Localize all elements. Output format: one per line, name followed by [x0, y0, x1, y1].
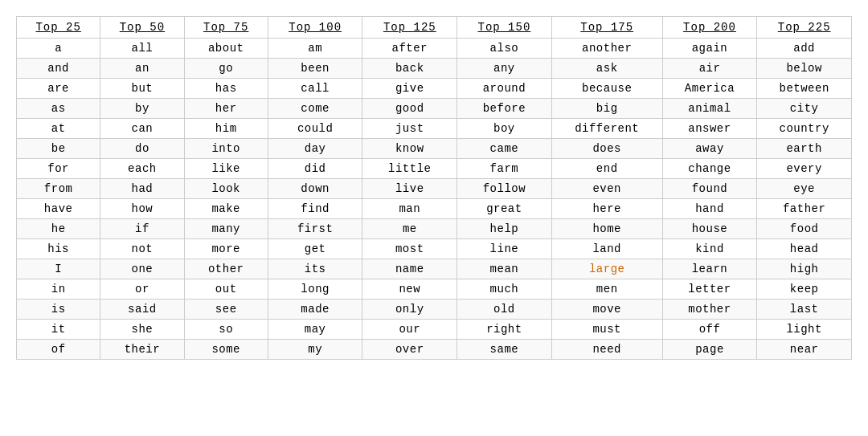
cell-col5-row0: also — [457, 39, 552, 59]
cell-col5-row12: much — [457, 279, 552, 299]
table-row: hisnotmoregetmostlinelandkindhead — [17, 239, 852, 259]
cell-col7-row2: America — [662, 79, 757, 99]
cell-col6-row6: end — [551, 159, 662, 179]
cell-col3-row13: made — [268, 299, 362, 320]
cell-col2-row6: like — [184, 159, 268, 179]
cell-col0-row1: and — [17, 59, 100, 79]
cell-col2-row12: out — [184, 279, 268, 299]
cell-col3-row12: long — [268, 279, 362, 299]
cell-col4-row0: after — [362, 39, 457, 59]
cell-col0-row11: I — [17, 259, 100, 279]
cell-col0-row0: a — [17, 39, 100, 59]
cell-col6-row15: need — [551, 340, 662, 360]
cell-col6-row10: land — [551, 239, 662, 259]
cell-col8-row12: keep — [757, 279, 852, 299]
cell-col4-row8: man — [362, 199, 457, 219]
cell-col8-row14: light — [757, 320, 852, 340]
cell-col0-row2: are — [17, 79, 100, 99]
cell-col5-row2: around — [457, 79, 552, 99]
cell-col0-row4: at — [17, 119, 100, 139]
cell-col3-row1: been — [268, 59, 362, 79]
cell-col8-row5: earth — [757, 139, 852, 159]
table-row: heifmanyfirstmehelphomehousefood — [17, 219, 852, 239]
cell-col7-row11: learn — [662, 259, 757, 279]
table-row: issaidseemadeonlyoldmovemotherlast — [17, 299, 852, 320]
cell-col2-row5: into — [184, 139, 268, 159]
cell-col3-row7: down — [268, 179, 362, 199]
cell-col2-row3: her — [184, 99, 268, 119]
table-body: aallaboutamafteralsoanotheragainaddandan… — [17, 39, 852, 360]
cell-col2-row1: go — [184, 59, 268, 79]
cell-col1-row11: one — [100, 259, 184, 279]
cell-col3-row2: call — [268, 79, 362, 99]
cell-col2-row4: him — [184, 119, 268, 139]
cell-col1-row8: how — [100, 199, 184, 219]
cell-col3-row9: first — [268, 219, 362, 239]
cell-col0-row7: from — [17, 179, 100, 199]
cell-col1-row1: an — [100, 59, 184, 79]
cell-col1-row3: by — [100, 99, 184, 119]
header-col-8: Top 225 — [757, 17, 852, 39]
cell-col0-row3: as — [17, 99, 100, 119]
cell-col6-row3: big — [551, 99, 662, 119]
cell-col1-row2: but — [100, 79, 184, 99]
cell-col4-row15: over — [362, 340, 457, 360]
cell-col4-row12: new — [362, 279, 457, 299]
cell-col6-row0: another — [551, 39, 662, 59]
cell-col0-row10: his — [17, 239, 100, 259]
table-row: asbyhercomegoodbeforebiganimalcity — [17, 99, 852, 119]
cell-col3-row3: come — [268, 99, 362, 119]
header-col-0: Top 25 — [17, 17, 100, 39]
cell-col6-row8: here — [551, 199, 662, 219]
table-row: atcanhimcouldjustboydifferentanswercount… — [17, 119, 852, 139]
cell-col3-row10: get — [268, 239, 362, 259]
cell-col8-row4: country — [757, 119, 852, 139]
cell-col1-row6: each — [100, 159, 184, 179]
cell-col0-row5: be — [17, 139, 100, 159]
cell-col2-row11: other — [184, 259, 268, 279]
cell-col2-row13: see — [184, 299, 268, 320]
cell-col2-row0: about — [184, 39, 268, 59]
cell-col5-row9: help — [457, 219, 552, 239]
cell-col1-row13: said — [100, 299, 184, 320]
cell-col2-row2: has — [184, 79, 268, 99]
table-row: itshesomayourrightmustofflight — [17, 320, 852, 340]
cell-col6-row13: move — [551, 299, 662, 320]
cell-col8-row2: between — [757, 79, 852, 99]
table-row: foreachlikedidlittlefarmendchangeevery — [17, 159, 852, 179]
cell-col7-row14: off — [662, 320, 757, 340]
table-row: havehowmakefindmangreatherehandfather — [17, 199, 852, 219]
cell-col4-row9: me — [362, 219, 457, 239]
cell-col7-row9: house — [662, 219, 757, 239]
cell-col6-row11: large — [551, 259, 662, 279]
cell-col7-row10: kind — [662, 239, 757, 259]
cell-col1-row9: if — [100, 219, 184, 239]
header-col-6: Top 175 — [551, 17, 662, 39]
cell-col3-row5: day — [268, 139, 362, 159]
cell-col8-row9: food — [757, 219, 852, 239]
cell-col3-row14: may — [268, 320, 362, 340]
cell-col4-row11: name — [362, 259, 457, 279]
table-row: fromhadlookdownlivefollowevenfoundeye — [17, 179, 852, 199]
cell-col0-row15: of — [17, 340, 100, 360]
table-row: Ioneotheritsnamemeanlargelearnhigh — [17, 259, 852, 279]
cell-col3-row8: find — [268, 199, 362, 219]
cell-col5-row13: old — [457, 299, 552, 320]
cell-col2-row10: more — [184, 239, 268, 259]
cell-col6-row5: does — [551, 139, 662, 159]
cell-col5-row4: boy — [457, 119, 552, 139]
cell-col2-row9: many — [184, 219, 268, 239]
cell-col5-row14: right — [457, 320, 552, 340]
header-col-2: Top 75 — [184, 17, 268, 39]
cell-col8-row15: near — [757, 340, 852, 360]
cell-col2-row14: so — [184, 320, 268, 340]
cell-col0-row9: he — [17, 219, 100, 239]
cell-col8-row3: city — [757, 99, 852, 119]
cell-col2-row7: look — [184, 179, 268, 199]
cell-col1-row15: their — [100, 340, 184, 360]
cell-col6-row4: different — [551, 119, 662, 139]
cell-col0-row8: have — [17, 199, 100, 219]
cell-col3-row6: did — [268, 159, 362, 179]
cell-col6-row12: men — [551, 279, 662, 299]
cell-col7-row0: again — [662, 39, 757, 59]
